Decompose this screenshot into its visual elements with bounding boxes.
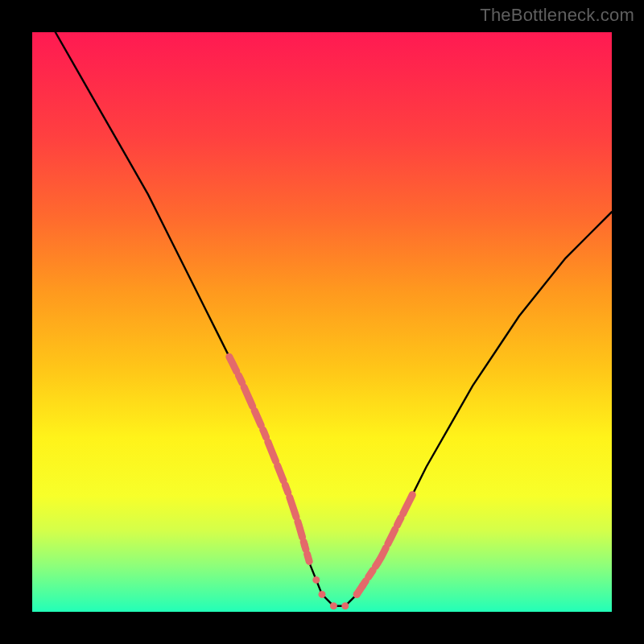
chart-frame: TheBottleneck.com	[0, 0, 644, 644]
plot-area	[32, 32, 612, 612]
bottleneck-curve-chart	[32, 32, 612, 612]
bead-6	[359, 582, 366, 589]
highlight-segment-0	[229, 357, 309, 561]
bead-0	[301, 542, 308, 549]
bead-4	[341, 602, 349, 609]
bead-3	[330, 602, 337, 609]
bead-5	[353, 591, 361, 598]
bead-1	[312, 576, 320, 584]
bead-2	[319, 591, 326, 598]
watermark-text: TheBottleneck.com	[480, 5, 634, 26]
highlight-segment-1	[357, 495, 412, 595]
curve-line	[56, 32, 612, 606]
